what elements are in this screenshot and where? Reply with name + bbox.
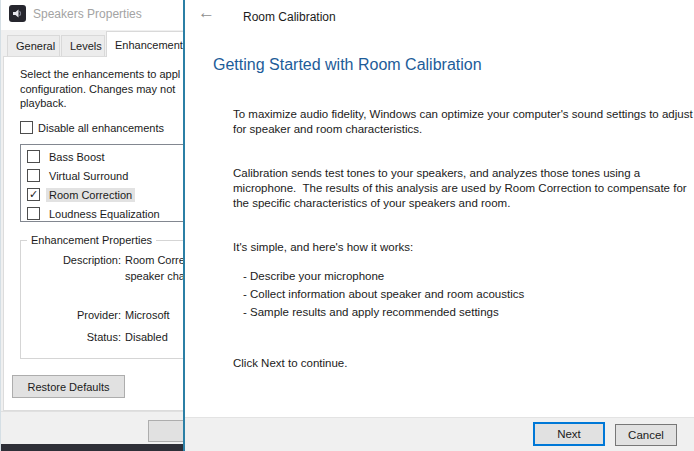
list-item-label: Loudness Equalization xyxy=(46,207,163,221)
disable-all-checkbox[interactable] xyxy=(20,121,33,134)
cancel-button[interactable]: Cancel xyxy=(615,424,677,446)
description-value-line2: speaker chara xyxy=(125,270,185,282)
next-button[interactable]: Next xyxy=(533,422,605,446)
speaker-icon xyxy=(9,5,26,22)
list-item-room-correction[interactable]: ✓ Room Correction xyxy=(21,185,185,204)
status-label: Status: xyxy=(21,331,121,343)
virtual-surround-checkbox[interactable] xyxy=(27,169,40,182)
status-value: Disabled xyxy=(125,331,168,343)
description-value-line1: Room Correct xyxy=(125,254,185,266)
wizard-footer: Next Cancel xyxy=(185,417,694,451)
description-label: Description: xyxy=(21,254,121,266)
step-item: - Collect information about speaker and … xyxy=(243,285,524,303)
bottom-edge-strip xyxy=(1,444,185,451)
how-it-works-text: It's simple, and here's how it works: xyxy=(233,240,694,255)
group-legend: Enhancement Properties xyxy=(27,234,156,246)
step-item: - Describe your microphone xyxy=(243,267,524,285)
partially-hidden-button[interactable] xyxy=(148,420,185,442)
wizard-paragraph-2: Calibration sends test tones to your spe… xyxy=(233,166,694,211)
tab-levels[interactable]: Levels xyxy=(61,35,105,57)
disable-all-enhancements-row[interactable]: Disable all enhancements xyxy=(20,121,164,134)
tab-enhancements[interactable]: Enhancements xyxy=(106,31,185,57)
intro-line: playback. xyxy=(20,96,180,111)
restore-defaults-button[interactable]: Restore Defaults xyxy=(12,375,125,398)
list-item-label: Bass Boost xyxy=(46,150,108,164)
list-item-bass-boost[interactable]: Bass Boost xyxy=(21,147,185,166)
back-arrow-icon[interactable]: ← xyxy=(198,3,215,23)
bass-boost-checkbox[interactable] xyxy=(27,150,40,163)
enhancement-properties-group: Enhancement Properties Description: Room… xyxy=(20,240,185,359)
click-next-note: Click Next to continue. xyxy=(233,356,694,371)
wizard-steps-list: - Describe your microphone - Collect inf… xyxy=(243,267,524,321)
screen: Speakers Properties General Levels Enhan… xyxy=(0,0,694,451)
loudness-equalization-checkbox[interactable] xyxy=(27,207,40,220)
step-item: - Sample results and apply recommended s… xyxy=(243,303,524,321)
list-item-virtual-surround[interactable]: Virtual Surround xyxy=(21,166,185,185)
wizard-title: Room Calibration xyxy=(243,10,336,24)
enhancements-intro-text: Select the enhancements to appl configur… xyxy=(20,67,180,111)
speakers-dialog-footer xyxy=(1,411,185,445)
intro-line: configuration. Changes may not xyxy=(20,82,180,97)
enhancements-listbox[interactable]: Bass Boost Virtual Surround ✓ Room Corre… xyxy=(20,144,185,222)
tab-general[interactable]: General xyxy=(7,35,60,57)
disable-all-label: Disable all enhancements xyxy=(38,122,164,134)
speakers-properties-window: Speakers Properties General Levels Enhan… xyxy=(0,0,185,451)
wizard-paragraph-1: To maximize audio fidelity, Windows can … xyxy=(233,107,694,137)
list-item-loudness-equalization[interactable]: Loudness Equalization xyxy=(21,204,185,222)
room-calibration-wizard: ← Room Calibration Getting Started with … xyxy=(183,0,694,451)
provider-label: Provider: xyxy=(21,309,121,321)
provider-value: Microsoft xyxy=(125,309,170,321)
list-item-label: Room Correction xyxy=(46,188,135,202)
room-correction-checkbox[interactable]: ✓ xyxy=(27,188,40,201)
wizard-heading: Getting Started with Room Calibration xyxy=(213,56,482,74)
intro-line: Select the enhancements to appl xyxy=(20,67,180,82)
list-item-label: Virtual Surround xyxy=(46,169,131,183)
speakers-titlebar: Speakers Properties xyxy=(1,0,185,30)
window-title: Speakers Properties xyxy=(33,7,142,21)
enhancements-tab-page: Select the enhancements to appl configur… xyxy=(3,56,185,411)
